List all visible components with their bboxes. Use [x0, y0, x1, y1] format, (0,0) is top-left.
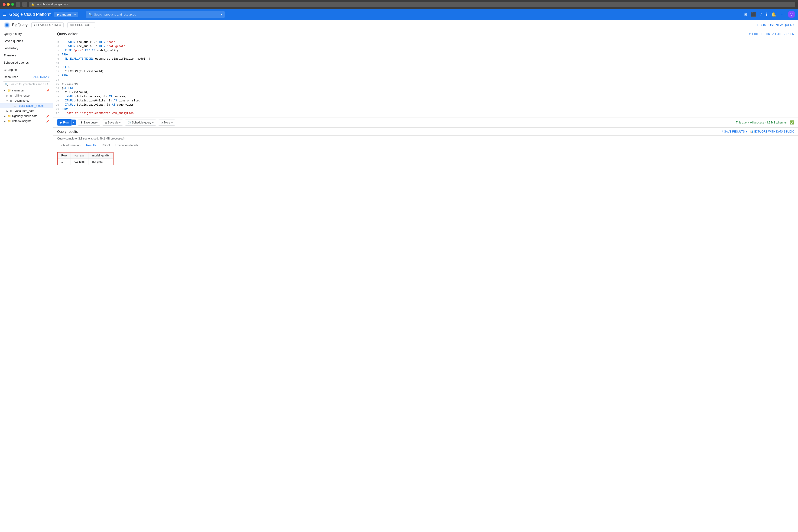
explore-data-studio-btn[interactable]: 📊 EXPLORE WITH DATA STUDIO [750, 130, 794, 133]
folder-icon: 📁 [7, 89, 11, 92]
grid-icon: ⊞ [105, 121, 107, 124]
editor-title: Query editor [57, 32, 77, 36]
code-line-8: 8 FROM [53, 53, 798, 57]
more-options-icon[interactable]: ⋮ [780, 12, 784, 17]
expand-icon: ▾ [6, 99, 9, 102]
traffic-lights [3, 3, 14, 6]
pin-icon[interactable]: 📌 [46, 120, 50, 123]
dropdown-icon: ▾ [171, 121, 173, 124]
features-info-btn[interactable]: ℹ FEATURES & INFO [31, 22, 63, 28]
address-bar[interactable]: 🔒 console.cloud.google.com [29, 2, 795, 7]
dataset-icon: ⊞ [10, 99, 14, 102]
save-query-btn[interactable]: ⬇ Save query [78, 119, 100, 126]
save-view-btn[interactable]: ⊞ Save view [102, 119, 123, 126]
info-icon[interactable]: ℹ [766, 12, 767, 17]
project-selector[interactable]: ◆ vanaurum ▾ [54, 12, 78, 17]
notifications-icon[interactable]: 🔔 [771, 12, 776, 17]
code-line-9: 9 ML.EVALUATE(MODEL ecommerce.classifica… [53, 57, 798, 61]
browser-chrome: ‹ › 🔒 console.cloud.google.com [0, 0, 798, 9]
minimize-button[interactable] [7, 3, 10, 6]
saved-queries-label: Saved queries [4, 39, 23, 43]
more-btn[interactable]: ⚙ More ▾ [158, 119, 175, 126]
results-table-container: Row roc_auc model_quality 1 0.74155 not … [53, 149, 798, 168]
url-text: console.cloud.google.com [36, 3, 68, 6]
pin-icon[interactable]: 📌 [46, 115, 50, 118]
save-results-btn[interactable]: ⬇ SAVE RESULTS ▾ [721, 130, 747, 133]
forward-button[interactable]: › [22, 2, 27, 7]
full-screen-btn[interactable]: ⤢ FULL SCREEN [772, 33, 794, 36]
datasets-search-input[interactable] [10, 83, 45, 86]
folder-icon: 📁 [7, 114, 11, 118]
add-data-btn[interactable]: + ADD DATA ▾ [31, 75, 50, 79]
tree-item-billing-export[interactable]: ▶ ⊞ billing_export [0, 93, 53, 98]
avatar[interactable]: V [788, 11, 795, 18]
help-icon[interactable]: ? [760, 12, 762, 17]
run-dropdown-btn[interactable]: ▾ [72, 119, 76, 125]
dataset-icon: ⊞ [10, 109, 14, 113]
table-header-row: Row roc_auc model_quality [57, 152, 113, 159]
ecommerce-label: ecommerce [15, 99, 30, 102]
expand-icon: ▶ [6, 94, 9, 97]
fullscreen-icon: ⤢ [772, 33, 774, 36]
sidebar-item-transfers[interactable]: Transfers [0, 52, 53, 59]
code-editor[interactable]: 5 WHEN roc_auc > .7 THEN 'fair' 6 WHEN r… [53, 38, 798, 117]
nav-icons: ⊞ ⬛ ? ℹ 🔔 ⋮ V [744, 11, 795, 18]
schedule-query-btn[interactable]: 🕐 Schedule query ▾ [125, 119, 156, 126]
cell-roc-auc-value: 0.74155 [71, 159, 89, 165]
run-btn-group: ▶ Run ▾ [57, 119, 76, 126]
results-title: Query results [57, 130, 78, 133]
search-input[interactable] [94, 13, 218, 16]
download-icon: ⬇ [721, 130, 723, 133]
search-datasets[interactable]: 🔍 ? [3, 81, 50, 87]
status-text: This query will process 49.2 MB when run… [736, 121, 788, 124]
code-line-15: 15 # features [53, 82, 798, 86]
fullscreen-button[interactable] [11, 3, 14, 6]
search-bar[interactable]: 🔍 ▾ [86, 12, 225, 18]
shortcuts-btn[interactable]: ⌨ SHORTCUTS [67, 22, 95, 28]
bi-engine-label: BI Engine [4, 68, 17, 72]
compose-new-query-btn[interactable]: + COMPOSE NEW QUERY [757, 23, 794, 27]
tree-item-data-to-insights[interactable]: ▶ 📁 data-to-insights 📌 [0, 119, 53, 124]
sidebar-item-query-history[interactable]: Query history [0, 30, 53, 37]
close-button[interactable] [3, 3, 5, 6]
code-line-7: 7 ELSE 'poor' END AS model_quality [53, 49, 798, 53]
tab-json[interactable]: JSON [99, 141, 113, 149]
tree-item-ecommerce[interactable]: ▾ ⊞ ecommerce [0, 98, 53, 103]
cell-model-quality-value: not great [89, 159, 114, 165]
search-icon: 🔍 [89, 13, 92, 16]
sidebar-item-saved-queries[interactable]: Saved queries [0, 37, 53, 44]
back-button[interactable]: ‹ [16, 2, 20, 7]
bigquery-logo: BigQuery [4, 22, 27, 28]
tree-item-bigquery-public-data[interactable]: ▶ 📁 bigquery-public-data 📌 [0, 114, 53, 119]
clock-icon: 🕐 [128, 121, 131, 124]
query-processing-status: This query will process 49.2 MB when run… [736, 120, 794, 125]
pin-icon[interactable]: 📌 [46, 89, 50, 92]
tab-results[interactable]: Results [83, 141, 99, 149]
save-icon: ⬇ [80, 121, 83, 124]
billing-export-label: billing_export [15, 94, 31, 97]
job-history-label: Job history [4, 46, 18, 50]
terminal-icon[interactable]: ⬛ [751, 12, 756, 17]
apps-icon[interactable]: ⊞ [744, 12, 747, 17]
sidebar-item-scheduled-queries[interactable]: Scheduled queries [0, 59, 53, 66]
run-button[interactable]: ▶ Run [57, 119, 72, 126]
tab-job-information[interactable]: Job information [57, 141, 83, 149]
tree-item-classification-model[interactable]: ⊟ classification_model [0, 103, 53, 108]
hide-editor-btn[interactable]: ⊟ HIDE EDITOR [749, 33, 770, 36]
code-line-20: 20 IFNULL(totals.pageviews, 0) AS page_v… [53, 103, 798, 107]
folder-icon: 📁 [7, 119, 11, 123]
expand-icon: ▶ [4, 115, 6, 117]
expand-icon: ▾ [4, 89, 6, 92]
sidebar-item-job-history[interactable]: Job history [0, 44, 53, 52]
sidebar-item-bi-engine[interactable]: BI Engine [0, 66, 53, 73]
keyboard-icon: ⌨ [70, 23, 74, 27]
results-section: Query results ⬇ SAVE RESULTS ▾ 📊 EXPLORE… [53, 128, 798, 532]
tab-execution-details[interactable]: Execution details [113, 141, 141, 149]
results-tabs: Job information Results JSON Execution d… [53, 141, 798, 149]
dropdown-icon: ▾ [152, 121, 154, 124]
hamburger-menu[interactable]: ☰ [3, 12, 6, 17]
tree-item-vanaurum-data[interactable]: ▶ ⊞ vanaurum_data [0, 108, 53, 114]
tree-item-vanaurum[interactable]: ▾ 📁 vanaurum 📌 [0, 88, 53, 93]
bigquery-title: BigQuery [12, 23, 27, 27]
data-to-insights-label: data-to-insights [12, 119, 31, 123]
